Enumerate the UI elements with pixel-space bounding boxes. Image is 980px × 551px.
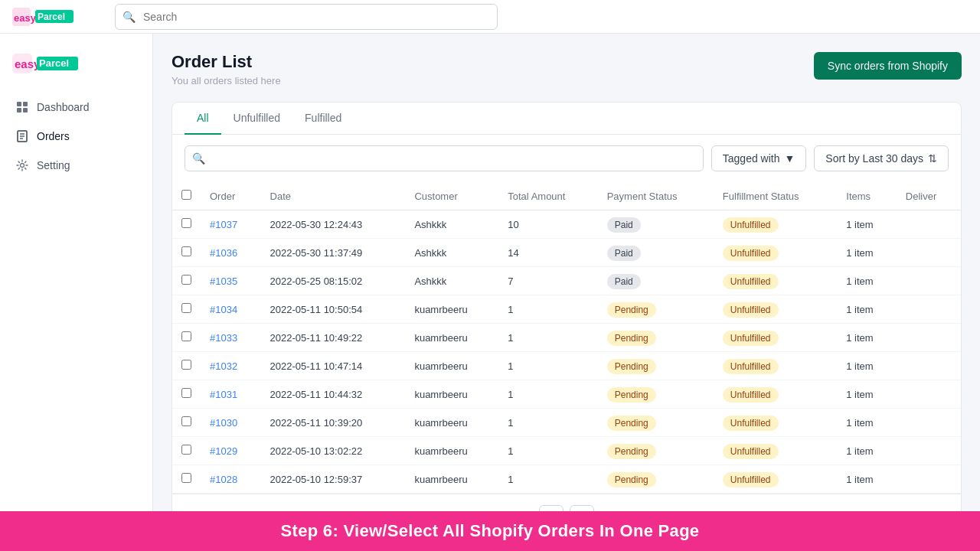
logo-image: easy Parcel bbox=[12, 6, 96, 28]
order-link[interactable]: #1032 bbox=[210, 360, 237, 372]
table-header: Order Date Customer Total Amount Payment… bbox=[172, 182, 961, 210]
row-payment: Pending bbox=[598, 352, 714, 380]
row-customer: kuamrbeeru bbox=[405, 437, 498, 465]
row-checkbox-7[interactable] bbox=[181, 416, 191, 426]
order-link[interactable]: #1031 bbox=[210, 389, 237, 400]
sidebar-item-setting-label: Setting bbox=[37, 159, 70, 171]
svg-rect-9 bbox=[23, 102, 28, 106]
sidebar: easy Parcel Dashboard bbox=[0, 34, 153, 511]
row-checkbox-2[interactable] bbox=[181, 275, 191, 285]
row-deliver bbox=[897, 239, 961, 267]
row-date: 2022-05-11 10:49:22 bbox=[261, 324, 406, 352]
order-link[interactable]: #1035 bbox=[210, 276, 237, 287]
row-checkbox-0[interactable] bbox=[181, 218, 191, 228]
orders-icon bbox=[15, 129, 29, 143]
row-checkbox-3[interactable] bbox=[181, 303, 191, 313]
row-total: 1 bbox=[498, 324, 597, 352]
order-link[interactable]: #1034 bbox=[210, 304, 237, 315]
orders-table-wrapper: Order Date Customer Total Amount Payment… bbox=[172, 182, 961, 494]
next-page-button[interactable]: › bbox=[570, 505, 594, 511]
fulfillment-badge: Unfulfilled bbox=[723, 416, 779, 431]
row-fulfillment: Unfulfilled bbox=[714, 324, 837, 352]
fulfillment-badge: Unfulfilled bbox=[723, 302, 779, 318]
table-row: #1037 2022-05-30 12:24:43 Ashkkk 10 Paid… bbox=[172, 210, 961, 239]
payment-badge: Pending bbox=[607, 472, 656, 487]
row-checkbox-cell bbox=[172, 239, 201, 267]
row-checkbox-cell bbox=[172, 465, 201, 494]
col-total: Total Amount bbox=[498, 182, 597, 210]
dashboard-icon bbox=[15, 100, 29, 114]
payment-badge: Pending bbox=[607, 444, 656, 459]
prev-page-button[interactable]: ‹ bbox=[539, 505, 564, 511]
row-items: 1 item bbox=[837, 465, 897, 494]
row-deliver bbox=[897, 324, 961, 352]
row-items: 1 item bbox=[837, 324, 897, 352]
order-link[interactable]: #1037 bbox=[210, 219, 237, 230]
row-fulfillment: Unfulfilled bbox=[714, 239, 837, 267]
select-all-checkbox[interactable] bbox=[181, 190, 191, 200]
fulfillment-badge: Unfulfilled bbox=[723, 444, 779, 459]
row-items: 1 item bbox=[837, 295, 897, 324]
page-header-left: Order List You all orders listed here bbox=[172, 52, 281, 102]
order-link[interactable]: #1029 bbox=[210, 445, 237, 457]
table-row: #1031 2022-05-11 10:44:32 kuamrbeeru 1 P… bbox=[172, 380, 961, 409]
row-order: #1033 bbox=[201, 324, 261, 352]
col-date: Date bbox=[261, 182, 406, 210]
row-customer: Ashkkk bbox=[405, 210, 498, 239]
table-row: #1032 2022-05-11 10:47:14 kuamrbeeru 1 P… bbox=[172, 352, 961, 380]
svg-text:easy: easy bbox=[14, 12, 37, 24]
main-content: Order List You all orders listed here Sy… bbox=[153, 34, 980, 511]
bottom-banner: Step 6: View/Select All Shopify Orders I… bbox=[0, 511, 980, 551]
row-date: 2022-05-11 10:50:54 bbox=[261, 295, 406, 324]
row-items: 1 item bbox=[837, 380, 897, 409]
order-link[interactable]: #1036 bbox=[210, 247, 237, 259]
row-checkbox-8[interactable] bbox=[181, 445, 191, 455]
col-fulfillment: Fulfillment Status bbox=[714, 182, 837, 210]
sort-by-button[interactable]: Sort by Last 30 days ⇅ bbox=[814, 145, 949, 171]
row-checkbox-cell bbox=[172, 409, 201, 437]
tabs-bar: All Unfulfilled Fulfilled bbox=[172, 103, 961, 135]
tab-fulfilled[interactable]: Fulfilled bbox=[292, 103, 354, 135]
row-checkbox-cell bbox=[172, 380, 201, 409]
table-row: #1033 2022-05-11 10:49:22 kuamrbeeru 1 P… bbox=[172, 324, 961, 352]
page-header: Order List You all orders listed here Sy… bbox=[172, 52, 962, 102]
tagged-with-chevron-icon: ▼ bbox=[785, 152, 795, 165]
row-checkbox-4[interactable] bbox=[181, 331, 191, 341]
search-input[interactable] bbox=[115, 4, 498, 30]
row-deliver bbox=[897, 210, 961, 239]
row-checkbox-9[interactable] bbox=[181, 473, 191, 483]
row-total: 10 bbox=[498, 210, 597, 239]
orders-card: All Unfulfilled Fulfilled 🔍 Tagged with … bbox=[172, 102, 962, 511]
row-checkbox-5[interactable] bbox=[181, 360, 191, 370]
row-items: 1 item bbox=[837, 437, 897, 465]
sync-shopify-button[interactable]: Sync orders from Shopify bbox=[814, 52, 962, 80]
row-checkbox-cell bbox=[172, 324, 201, 352]
row-items: 1 item bbox=[837, 409, 897, 437]
row-date: 2022-05-11 10:39:20 bbox=[261, 409, 406, 437]
tab-all[interactable]: All bbox=[185, 103, 221, 135]
table-search-input[interactable] bbox=[185, 145, 704, 171]
table-row: #1028 2022-05-10 12:59:37 kuamrbeeru 1 P… bbox=[172, 465, 961, 494]
order-link[interactable]: #1028 bbox=[210, 474, 237, 485]
sidebar-item-dashboard[interactable]: Dashboard bbox=[0, 93, 152, 122]
row-checkbox-1[interactable] bbox=[181, 246, 191, 256]
row-fulfillment: Unfulfilled bbox=[714, 352, 837, 380]
row-checkbox-6[interactable] bbox=[181, 388, 191, 398]
tagged-with-button[interactable]: Tagged with ▼ bbox=[711, 145, 807, 171]
row-deliver bbox=[897, 295, 961, 324]
row-total: 1 bbox=[498, 465, 597, 494]
svg-text:Parcel: Parcel bbox=[39, 57, 69, 69]
sidebar-item-setting[interactable]: Setting bbox=[0, 151, 152, 180]
sidebar-item-orders[interactable]: Orders bbox=[0, 122, 152, 151]
row-items: 1 item bbox=[837, 352, 897, 380]
tab-unfulfilled[interactable]: Unfulfilled bbox=[221, 103, 292, 135]
sort-by-chevron-icon: ⇅ bbox=[928, 152, 937, 165]
sort-by-label: Sort by Last 30 days bbox=[825, 152, 923, 165]
row-order: #1031 bbox=[201, 380, 261, 409]
fulfillment-badge: Unfulfilled bbox=[723, 331, 779, 346]
app-wrapper: easy Parcel 🔍 easy Parcel bbox=[0, 0, 980, 551]
row-deliver bbox=[897, 465, 961, 494]
row-checkbox-cell bbox=[172, 352, 201, 380]
order-link[interactable]: #1033 bbox=[210, 332, 237, 344]
order-link[interactable]: #1030 bbox=[210, 417, 237, 429]
